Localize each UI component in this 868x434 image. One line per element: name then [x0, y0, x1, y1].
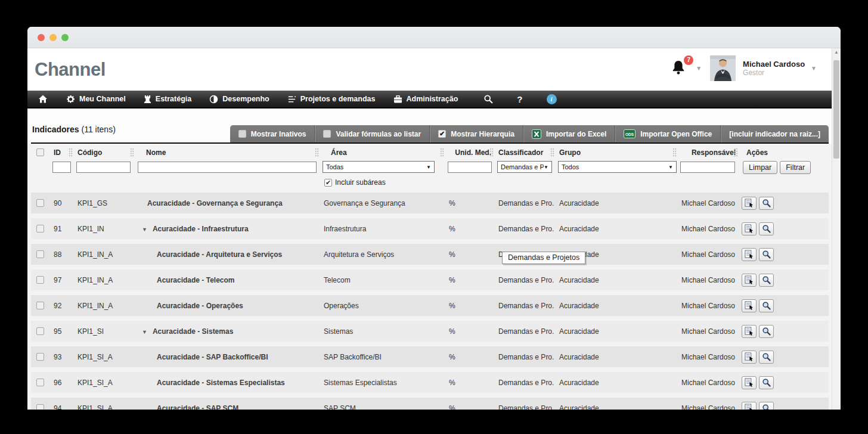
col-header-unid-med[interactable]: Unid. Med. — [444, 144, 494, 161]
view-button[interactable] — [759, 222, 774, 235]
user-info[interactable]: Michael Cardoso Gestor — [743, 60, 805, 78]
nav-administracao[interactable]: Administração — [385, 91, 467, 107]
indicator-name-link[interactable]: Acuracidade - Sistemas Especialistas — [157, 379, 285, 387]
notifications-chevron-down-icon[interactable]: ▼ — [696, 65, 702, 72]
col-header-id[interactable]: ID — [49, 144, 73, 161]
row-checkbox[interactable] — [36, 404, 44, 410]
row-checkbox[interactable] — [36, 199, 44, 207]
indicator-name-link[interactable]: Acuracidade - SAP SCM — [157, 404, 238, 410]
collapse-arrow-icon[interactable]: ▼ — [142, 227, 147, 232]
nav-estrategia[interactable]: Estratégia — [135, 91, 200, 107]
minimize-window-button[interactable] — [49, 34, 57, 41]
toolbar-validar-formulas[interactable]: Validar fórmulas ao listar — [314, 125, 429, 142]
user-name: Michael Cardoso — [743, 60, 805, 69]
column-resize-handle[interactable] — [315, 148, 319, 157]
indicator-name-link[interactable]: Acuracidade - Arquitetura e Serviços — [157, 250, 282, 259]
indicator-name-link[interactable]: Acuracidade - Telecom — [157, 276, 235, 284]
indicator-name-link[interactable]: Acuracidade - Governança e Segurança — [147, 199, 283, 207]
values-button[interactable] — [742, 222, 757, 235]
values-button[interactable] — [742, 325, 757, 338]
col-header-area[interactable]: Área — [319, 144, 444, 161]
filter-responsavel-input[interactable] — [680, 162, 735, 173]
notifications-button[interactable]: 7 — [669, 58, 690, 79]
indicator-name-link[interactable]: Acuracidade - SAP Backoffice/BI — [157, 353, 268, 361]
values-button[interactable] — [742, 197, 757, 210]
view-button[interactable] — [759, 197, 774, 210]
column-resize-handle[interactable] — [489, 148, 494, 157]
col-header-responsavel[interactable]: Responsável — [677, 144, 738, 161]
toolbar-incluir-indicador-raiz[interactable]: [incluir indicador na raiz...] — [720, 125, 829, 142]
nav-search[interactable] — [472, 91, 505, 107]
row-checkbox[interactable] — [36, 327, 44, 335]
close-window-button[interactable] — [38, 34, 45, 41]
row-checkbox[interactable] — [36, 353, 44, 361]
row-checkbox[interactable] — [36, 379, 44, 386]
column-resize-handle[interactable] — [734, 148, 738, 157]
filtrar-button[interactable]: Filtrar — [780, 161, 811, 174]
nav-help[interactable]: ? — [505, 91, 534, 107]
view-button[interactable] — [759, 274, 774, 287]
nav-info[interactable]: i — [535, 91, 569, 107]
filter-grupo-select[interactable]: Todos ▼ — [558, 161, 677, 173]
values-button[interactable] — [742, 248, 757, 261]
select-all-checkbox[interactable] — [36, 148, 44, 156]
filter-area-select[interactable]: Todas ▼ — [323, 161, 435, 173]
mostrar-inativos-checkbox[interactable] — [238, 130, 246, 138]
incluir-subareas-checkbox[interactable]: ✔ — [324, 179, 332, 187]
view-button[interactable] — [759, 248, 774, 261]
filter-unid-input[interactable] — [448, 162, 492, 173]
scrollbar-up-arrow[interactable]: ▲ — [832, 48, 841, 57]
limpar-button[interactable]: Limpar — [743, 161, 777, 174]
validar-formulas-checkbox[interactable] — [323, 130, 331, 138]
toolbar-mostrar-inativos[interactable]: Mostrar Inativos — [230, 125, 315, 142]
view-button[interactable] — [759, 402, 774, 410]
nav-home[interactable] — [27, 91, 57, 107]
avatar-photo — [710, 55, 736, 81]
column-resize-handle[interactable] — [130, 148, 134, 157]
toolbar-importar-openoffice[interactable]: ODS Importar Open Office — [615, 125, 720, 142]
view-button[interactable] — [759, 299, 774, 312]
column-resize-handle[interactable] — [69, 148, 73, 157]
nav-projetos-demandas[interactable]: Projetos e demandas — [278, 91, 385, 107]
app-logo[interactable]: Channel — [35, 59, 106, 80]
scrollbar-thumb[interactable] — [833, 60, 839, 159]
values-button[interactable] — [742, 274, 757, 287]
row-checkbox[interactable] — [36, 250, 44, 258]
view-button[interactable] — [759, 376, 774, 389]
col-header-grupo[interactable]: Grupo — [554, 144, 677, 161]
nav-meu-channel[interactable]: Meu Channel — [57, 91, 135, 107]
maximize-window-button[interactable] — [61, 34, 69, 41]
incluir-subareas-option[interactable]: ✔ Incluir subáreas — [324, 178, 829, 187]
row-checkbox[interactable] — [36, 225, 44, 232]
toolbar-importar-excel[interactable]: Importar do Excel — [523, 125, 615, 142]
column-resize-handle[interactable] — [672, 148, 677, 157]
values-button[interactable] — [742, 376, 757, 389]
indicator-name-link[interactable]: Acuracidade - Operações — [157, 302, 243, 310]
col-header-classificador[interactable]: Classificador — [494, 144, 554, 161]
view-button[interactable] — [759, 325, 774, 338]
collapse-arrow-icon[interactable]: ▼ — [142, 329, 147, 335]
values-button[interactable] — [742, 299, 757, 312]
row-checkbox[interactable] — [36, 276, 44, 284]
column-resize-handle[interactable] — [440, 148, 444, 157]
view-button[interactable] — [759, 351, 774, 364]
mostrar-hierarquia-checkbox[interactable]: ✔ — [438, 130, 446, 138]
values-button[interactable] — [742, 351, 757, 364]
row-checkbox[interactable] — [36, 302, 44, 309]
toolbar-mostrar-hierarquia[interactable]: ✔ Mostrar Hierarquia — [429, 125, 523, 142]
col-header-nome[interactable]: Nome — [134, 144, 319, 161]
indicator-name-link[interactable]: Acuracidade - Sistemas — [153, 327, 233, 336]
col-header-codigo[interactable]: Código — [73, 144, 134, 161]
vertical-scrollbar[interactable]: ▲ — [832, 48, 841, 410]
filter-classificador-select[interactable]: Demandas e P ▼ — [497, 161, 552, 173]
user-menu-chevron-down-icon[interactable]: ▼ — [811, 65, 817, 72]
cell-area: Telecom — [319, 276, 444, 284]
nav-desempenho[interactable]: Desempenho — [200, 91, 278, 107]
filter-codigo-input[interactable] — [76, 162, 131, 173]
filter-nome-input[interactable] — [138, 162, 317, 173]
values-button[interactable] — [742, 402, 757, 410]
column-resize-handle[interactable] — [550, 148, 554, 157]
filter-id-input[interactable] — [52, 162, 71, 173]
indicator-name-link[interactable]: Acuracidade - Infraestrutura — [153, 225, 249, 233]
user-avatar[interactable] — [710, 55, 736, 81]
